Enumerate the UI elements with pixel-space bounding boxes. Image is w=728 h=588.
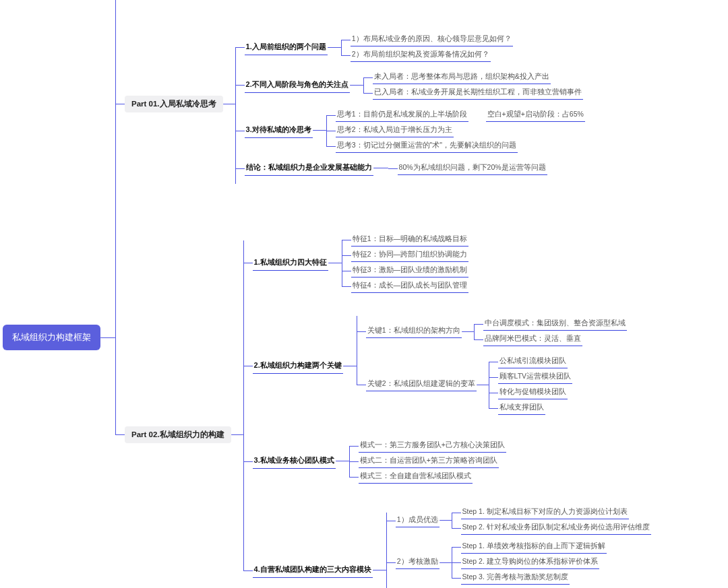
p1-s1-a: 1）布局私域业务的原因、核心领导层意见如何？: [351, 33, 513, 46]
p2-s2-k2-b: 顾客LTV运营模块团队: [498, 370, 572, 384]
p2-s1-b: 特征2：协同—跨部门组织协调能力: [351, 249, 468, 262]
connector: [350, 85, 363, 86]
p2-s4-m1[interactable]: 1）成员优选: [396, 514, 439, 527]
p1-s2-a: 未入局者：思考整体布局与思路，组织架构&投入产出: [373, 71, 551, 84]
p1-s3[interactable]: 3.对待私域的冷思考: [245, 123, 313, 138]
p1-s1-b: 2）布局前组织架构及资源筹备情况如何？: [351, 48, 491, 62]
p1-s3-c: 思考3：切记过分侧重运营的"术"，先要解决组织的问题: [336, 139, 518, 153]
p2-s1-children: 特征1：目标—明确的私域战略目标 特征2：协同—跨部门组织协调能力 特征3：激励…: [342, 232, 468, 294]
p2-s1[interactable]: 1.私域组织力四大特征: [253, 255, 328, 271]
p2-s4-m2-b: Step 2. 建立导购岗位的体系指标评价体系: [461, 556, 599, 569]
connector: [343, 366, 357, 366]
p2-s4-children: 1）成员优选 Step 1. 制定私域目标下对应的人力资源岗位计划表 Step …: [386, 503, 652, 588]
connector: [373, 168, 388, 168]
p2-s4-m1-b: Step 2. 针对私域业务团队制定私域业务岗位选用评估维度: [461, 521, 651, 535]
connector: [439, 562, 452, 563]
connector: [328, 47, 341, 48]
p1-s2-b: 已入局者：私域业务开展是长期性组织工程，而非独立营销事件: [373, 86, 583, 100]
p2-s2-children: 关键1：私域组织的架构方向 中台调度模式：集团级别、整合资源型私域 品牌阿米巴模…: [357, 313, 627, 419]
connector: [373, 570, 386, 570]
p2-s1-a: 特征1：目标—明确的私域战略目标: [351, 233, 468, 247]
p2-s2-k1-b: 品牌阿米巴模式：灵活、垂直: [483, 333, 582, 346]
mindmap: 私域组织力构建框架 Part 01.入局私域冷思考 1.入局前组织的两个问题 1…: [3, 7, 725, 588]
connector: [439, 520, 452, 521]
p2-s2-k1-children: 中台调度模式：集团级别、整合资源型私域 品牌阿米巴模式：灵活、垂直: [474, 316, 627, 347]
connector: [231, 434, 243, 435]
p1-s1[interactable]: 1.入局前组织的两个问题: [245, 40, 328, 55]
p2-s4-m2-children: Step 1. 单绩效考核指标的自上而下逻辑拆解 Step 2. 建立导购岗位的…: [452, 540, 607, 586]
p1-s1-children: 1）布局私域业务的原因、核心领导层意见如何？ 2）布局前组织架构及资源筹备情况如…: [341, 32, 513, 63]
p1-s3-a-extra: 空白+观望+启动阶段：占65%: [486, 108, 585, 122]
p2-s1-d: 特征4：成长—团队成长与团队管理: [351, 280, 468, 293]
p2-s3-a: 模式一：第三方服务团队+己方核心决策团队: [359, 439, 506, 453]
p2-s4-m1-children: Step 1. 制定私域目标下对应的人力资源岗位计划表 Step 2. 针对私域…: [452, 505, 651, 536]
p1-s2[interactable]: 2.不同入局阶段与角色的关注点: [245, 77, 350, 93]
p2-s3[interactable]: 3.私域业务核心团队模式: [253, 453, 336, 469]
connector: [100, 337, 115, 338]
connector: [313, 130, 326, 131]
p1-s4-a: 80%为私域组织问题，剩下20%是运营等问题: [398, 162, 547, 175]
p2-s4-m2-c: Step 3. 完善考核与激励奖惩制度: [461, 571, 570, 585]
p1-s3-a: 思考1：目前仍是私域发展的上半场阶段: [336, 108, 468, 122]
p2-s3-children: 模式一：第三方服务团队+己方核心决策团队 模式二：自运营团队+第三方策略咨询团队…: [349, 438, 506, 484]
p1-s2-children: 未入局者：思考整体布局与思路，组织架构&投入产出 已入局者：私域业务开展是长期性…: [363, 69, 583, 100]
p2-s4[interactable]: 4.自营私域团队构建的三大内容模块: [253, 562, 373, 578]
p2-s4-m2[interactable]: 2）考核激励: [396, 556, 439, 569]
p2-s3-b: 模式二：自运营团队+第三方策略咨询团队: [359, 455, 499, 468]
p2-s4-m2-a: Step 1. 单绩效考核指标的自上而下逻辑拆解: [461, 540, 607, 554]
part2-node[interactable]: Part 02.私域组织力的构建: [125, 426, 231, 443]
p1-s3-b: 思考2：私域入局迫于增长压力为主: [336, 124, 454, 137]
p2-s2-k2-d: 私域支撑团队: [498, 401, 545, 415]
p2-s2-k1[interactable]: 关键1：私域组织的架构方向: [366, 325, 462, 338]
part2-children: 1.私域组织力四大特征 特征1：目标—明确的私域战略目标 特征2：协同—跨部门组…: [243, 222, 652, 588]
p2-s2-k2-c: 转化与促销模块团队: [498, 386, 568, 399]
connector: [477, 385, 489, 385]
p2-s2-k2-a: 公私域引流模块团队: [498, 355, 568, 368]
p1-s4-children: 80%为私域组织问题，剩下20%是运营等问题: [388, 162, 547, 175]
connector: [328, 263, 342, 263]
root-node[interactable]: 私域组织力构建框架: [3, 325, 100, 350]
p2-s2-k2-children: 公私域引流模块团队 顾客LTV运营模块团队 转化与促销模块团队 私域支撑团队: [489, 354, 572, 416]
level1-fork: Part 01.入局私域冷思考 1.入局前组织的两个问题 1）布局私域业务的原因…: [115, 7, 651, 588]
p2-s2[interactable]: 2.私域组织力构建两个关键: [253, 358, 343, 374]
connector: [462, 331, 474, 332]
p2-s1-c: 特征3：激励—团队业绩的激励机制: [351, 264, 468, 277]
connector: [336, 461, 349, 461]
part1-node[interactable]: Part 01.入局私域冷思考: [125, 96, 223, 112]
p2-s3-c: 模式三：全自建自营私域团队模式: [359, 470, 473, 484]
part1-children: 1.入局前组织的两个问题 1）布局私域业务的原因、核心领导层意见如何？ 2）布局…: [235, 28, 585, 179]
p2-s2-k2[interactable]: 关键2：私域团队组建逻辑的变革: [366, 378, 477, 391]
p2-s4-m1-a: Step 1. 制定私域目标下对应的人力资源岗位计划表: [461, 506, 629, 519]
p2-s2-k1-a: 中台调度模式：集团级别、整合资源型私域: [483, 317, 627, 331]
p1-s4[interactable]: 结论：私域组织力是企业发展基础能力: [245, 160, 373, 176]
p1-s3-children: 思考1：目前仍是私域发展的上半场阶段 空白+观望+启动阶段：占65% 思考2：私…: [326, 107, 585, 154]
connector: [223, 104, 235, 104]
